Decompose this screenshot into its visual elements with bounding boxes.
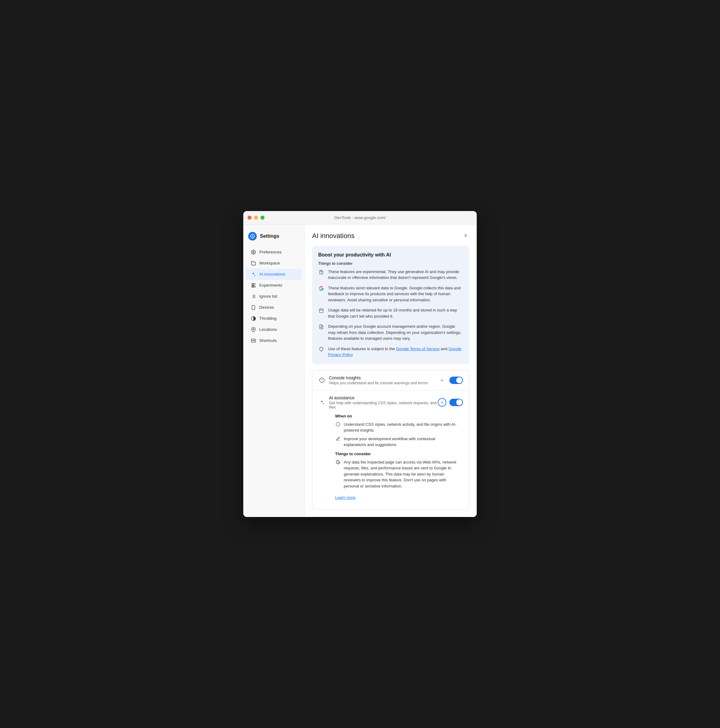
- info-item-terms-text: Use of these features is subject to the …: [328, 346, 463, 358]
- sidebar-item-preferences[interactable]: Preferences: [246, 247, 302, 258]
- info-box-title: Boost your productivity with AI: [318, 252, 463, 258]
- experiments-icon: [251, 283, 256, 288]
- sidebar-item-workspace[interactable]: Workspace: [246, 258, 302, 269]
- sidebar-item-throttling[interactable]: Throttling: [246, 313, 302, 324]
- ignore-list-icon: [251, 294, 256, 299]
- sidebar-item-shortcuts[interactable]: Shortcuts: [246, 335, 302, 346]
- info-item-experimental-text: These features are experimental. They us…: [328, 269, 463, 281]
- ai-assistance-collapse-button[interactable]: [438, 398, 446, 407]
- features-card: Console Insights Helps you understand an…: [312, 370, 469, 510]
- settings-logo: [248, 232, 257, 240]
- console-insights-info: Console Insights Helps you understand an…: [329, 375, 438, 385]
- calendar-icon: [318, 307, 324, 314]
- sidebar-item-ignore-list[interactable]: Ignore list: [246, 291, 302, 302]
- console-insights-icon: [318, 377, 325, 384]
- sidebar-item-devices[interactable]: Devices: [246, 302, 302, 313]
- when-on-title: When on: [335, 414, 457, 418]
- console-insights-top: Console Insights Helps you understand an…: [318, 375, 463, 385]
- maximize-traffic-light[interactable]: [260, 216, 264, 220]
- info-box-subtitle: Things to consider: [318, 262, 463, 266]
- page-title: AI innovations: [312, 232, 355, 240]
- main-content: Settings Preferences Workspace: [243, 225, 477, 517]
- google-icon-1: [318, 285, 324, 292]
- things-item-1: Any data the inspected page can access v…: [335, 459, 457, 489]
- console-insights-row: Console Insights Helps you understand an…: [312, 370, 469, 390]
- when-on-item-2-text: Improve your development workflow with c…: [344, 436, 457, 448]
- console-insights-expand-button[interactable]: [438, 376, 446, 385]
- experiments-label: Experiments: [259, 283, 282, 288]
- shield-icon: [318, 346, 324, 352]
- ai-assistance-controls: [438, 398, 463, 407]
- shortcuts-icon: [251, 338, 256, 343]
- sidebar-item-ai-innovations[interactable]: AI innovations: [246, 269, 302, 280]
- things-item-1-text: Any data the inspected page can access v…: [344, 459, 457, 489]
- info-item-retention: Usage data will be retained for up to 18…: [318, 307, 463, 319]
- info-item-google-data-text: These features send relevant data to Goo…: [328, 285, 463, 303]
- workspace-icon: [251, 260, 256, 266]
- console-insights-name: Console Insights: [329, 375, 438, 380]
- info-item-experimental: These features are experimental. They us…: [318, 269, 463, 281]
- minimize-traffic-light[interactable]: [254, 216, 258, 220]
- experimental-icon: [318, 269, 324, 275]
- ai-innovations-label: AI innovations: [259, 272, 285, 277]
- settings-window: DevTools - www.google.com/ Settings: [243, 211, 477, 517]
- throttling-icon: [251, 316, 256, 321]
- things-to-consider-title: Things to consider: [335, 451, 457, 456]
- ignore-list-label: Ignore list: [259, 294, 277, 298]
- console-insights-desc: Helps you understand and fix console war…: [329, 381, 438, 385]
- close-button[interactable]: ×: [462, 232, 469, 240]
- privacy-link[interactable]: Google Privacy Policy: [328, 347, 462, 357]
- devices-icon: [251, 305, 256, 310]
- when-on-item-1: Understand CSS styles, network activity,…: [335, 421, 457, 433]
- main-panel: AI innovations × Boost your productivity…: [305, 225, 477, 517]
- info-circle-icon: [335, 422, 341, 427]
- when-on-item-1-text: Understand CSS styles, network activity,…: [344, 421, 457, 433]
- ai-assistance-icon: [318, 399, 325, 406]
- traffic-lights: [248, 216, 264, 220]
- ai-innovations-icon: [251, 272, 256, 277]
- throttling-label: Throttling: [259, 316, 277, 321]
- info-item-terms: Use of these features is subject to the …: [318, 346, 463, 358]
- google-icon-2: [335, 460, 341, 465]
- sidebar-header: Settings: [243, 229, 304, 247]
- svg-rect-13: [319, 309, 323, 313]
- svg-point-11: [253, 328, 254, 330]
- main-header: AI innovations ×: [312, 232, 469, 240]
- console-insights-toggle[interactable]: [449, 376, 463, 384]
- ai-assistance-name: AI assistance: [329, 395, 438, 400]
- tos-link[interactable]: Google Terms of Service: [396, 347, 440, 351]
- info-item-google-data: These features send relevant data to Goo…: [318, 285, 463, 303]
- ai-assistance-toggle[interactable]: [449, 399, 463, 406]
- console-insights-controls: [438, 376, 463, 385]
- preferences-icon: [251, 249, 256, 255]
- info-item-region: Depending on your Google account managem…: [318, 323, 463, 341]
- sidebar: Settings Preferences Workspace: [243, 225, 305, 517]
- svg-point-23: [323, 381, 323, 382]
- locations-label: Locations: [259, 327, 277, 332]
- locations-icon: [251, 327, 256, 332]
- ai-assistance-left: AI assistance Get help with understandin…: [318, 395, 438, 410]
- info-item-retention-text: Usage data will be retained for up to 18…: [328, 307, 463, 319]
- ai-assistance-info: AI assistance Get help with understandin…: [329, 395, 438, 410]
- svg-rect-8: [252, 305, 255, 309]
- learn-more-link[interactable]: Learn more: [335, 495, 355, 500]
- svg-point-1: [253, 252, 254, 253]
- pencil-icon: [335, 436, 341, 442]
- doc-icon: [318, 324, 324, 330]
- when-on-item-2: Improve your development workflow with c…: [335, 436, 457, 448]
- sidebar-item-locations[interactable]: Locations: [246, 324, 302, 335]
- svg-point-0: [252, 236, 253, 237]
- ai-assistance-expanded: When on Understand CSS styles, network a…: [318, 410, 463, 505]
- shortcuts-label: Shortcuts: [259, 338, 277, 343]
- devices-label: Devices: [259, 305, 274, 310]
- window-title: DevTools - www.google.com/: [335, 215, 386, 220]
- ai-assistance-row: AI assistance Get help with understandin…: [312, 390, 469, 509]
- sidebar-title: Settings: [260, 234, 279, 239]
- console-insights-left: Console Insights Helps you understand an…: [318, 375, 438, 385]
- workspace-label: Workspace: [259, 261, 280, 265]
- sidebar-item-experiments[interactable]: Experiments: [246, 280, 302, 291]
- close-traffic-light[interactable]: [248, 216, 252, 220]
- ai-assistance-desc: Get help with understanding CSS styles, …: [329, 401, 438, 410]
- ai-assistance-top: AI assistance Get help with understandin…: [318, 395, 463, 410]
- titlebar: DevTools - www.google.com/: [243, 211, 477, 225]
